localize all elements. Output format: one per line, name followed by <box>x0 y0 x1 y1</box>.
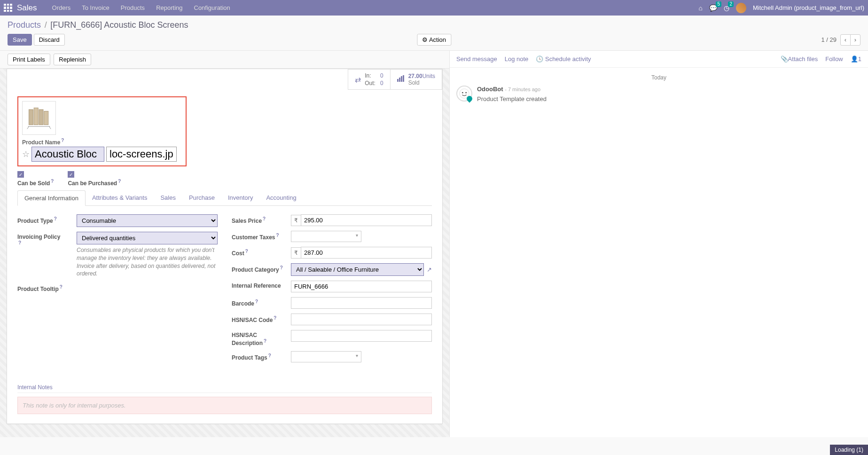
message-time: - 7 minutes ago <box>505 86 540 92</box>
replenish-button[interactable]: Replenish <box>54 54 91 65</box>
invoicing-policy-label: Invoicing Policy <box>17 234 60 240</box>
invoicing-policy-select[interactable]: Delivered quantities <box>77 232 218 244</box>
help-icon[interactable]: ? <box>274 315 276 321</box>
nav-products[interactable]: Products <box>115 4 150 11</box>
attach-files-button[interactable]: 📎Attach files <box>781 55 818 63</box>
pager-text: 1 / 29 <box>821 36 837 43</box>
help-icon[interactable]: ? <box>268 353 271 358</box>
nav-orders[interactable]: Orders <box>47 4 77 11</box>
help-icon[interactable]: ? <box>54 216 57 221</box>
tab-general[interactable]: General Information <box>17 190 86 206</box>
avatar[interactable] <box>736 3 746 13</box>
tab-inventory[interactable]: Inventory <box>221 190 259 205</box>
barcode-input[interactable] <box>291 297 432 309</box>
followers-count[interactable]: 👤1 <box>851 55 861 63</box>
tab-purchase[interactable]: Purchase <box>182 190 221 205</box>
tab-sales[interactable]: Sales <box>154 190 182 205</box>
activities-icon[interactable]: ◷2 <box>724 4 729 12</box>
internal-notes-title: Internal Notes <box>17 384 432 393</box>
hsn-desc-label: HSN/SAC Description <box>232 332 263 346</box>
category-select[interactable]: All / Saleable / Office Furniture <box>291 263 424 276</box>
help-icon[interactable]: ? <box>263 216 266 221</box>
breadcrumb-current: [FURN_6666] Acoustic Bloc Screens <box>50 20 188 30</box>
help-icon[interactable]: ? <box>280 265 283 270</box>
cost-input[interactable] <box>301 247 432 259</box>
tab-variants[interactable]: Attributes & Variants <box>86 190 154 205</box>
help-icon[interactable]: ? <box>51 179 54 184</box>
help-icon[interactable]: ? <box>255 299 258 304</box>
svg-rect-3 <box>403 75 404 82</box>
svg-point-11 <box>460 89 469 98</box>
help-icon[interactable]: ? <box>276 233 279 238</box>
action-button[interactable]: ⚙ Action <box>417 34 451 46</box>
top-nav: Sales Orders To Invoice Products Reporti… <box>0 0 868 16</box>
send-message-button[interactable]: Send message <box>456 55 497 63</box>
help-icon[interactable]: ? <box>60 284 63 290</box>
customer-taxes-input[interactable] <box>291 231 361 242</box>
svg-point-12 <box>462 92 463 94</box>
svg-rect-1 <box>399 78 400 82</box>
internal-ref-input[interactable] <box>291 281 432 292</box>
internal-notes-input[interactable]: This note is only for internal purposes. <box>17 397 432 414</box>
product-tags-label: Product Tags <box>232 354 267 361</box>
external-link-icon[interactable]: ↗ <box>427 266 432 273</box>
bars-icon <box>397 75 405 84</box>
stat-sold[interactable]: 27.00Units Sold <box>390 70 442 89</box>
product-name-label: Product Name <box>22 139 60 146</box>
breadcrumb: Products / [FURN_6666] Acoustic Bloc Scr… <box>0 16 868 33</box>
help-icon[interactable]: ? <box>264 338 266 344</box>
log-note-button[interactable]: Log note <box>505 55 529 63</box>
gear-icon: ⚙ <box>422 36 428 43</box>
internal-ref-label: Internal Reference <box>232 282 281 289</box>
svg-rect-2 <box>401 76 402 82</box>
product-tags-input[interactable] <box>291 351 361 362</box>
save-button[interactable]: Save <box>8 34 32 46</box>
product-image[interactable] <box>22 101 56 135</box>
print-labels-button[interactable]: Print Labels <box>8 54 50 65</box>
stat-transfers[interactable]: ⇄ In:0 Out:0 <box>348 70 390 89</box>
can-be-sold-checkbox[interactable]: ✓ <box>17 171 24 178</box>
sales-price-input[interactable] <box>301 214 432 226</box>
product-type-select[interactable]: Consumable <box>77 214 218 227</box>
svg-rect-5 <box>34 108 38 125</box>
follow-button[interactable]: Follow <box>825 55 843 63</box>
can-be-sold-label: Can be Sold <box>17 180 50 187</box>
nav-configuration[interactable]: Configuration <box>188 4 236 11</box>
transfer-icon: ⇄ <box>355 75 361 84</box>
nav-to-invoice[interactable]: To Invoice <box>76 4 115 11</box>
sales-price-label: Sales Price <box>232 218 262 224</box>
messages-icon[interactable]: 💬5 <box>709 4 717 12</box>
breadcrumb-parent[interactable]: Products <box>8 20 41 30</box>
pager-prev[interactable]: ‹ <box>840 34 851 46</box>
help-icon[interactable]: ? <box>61 138 64 143</box>
currency-symbol: ₹ <box>291 247 301 259</box>
nav-reporting[interactable]: Reporting <box>150 4 188 11</box>
apps-icon[interactable] <box>4 4 12 12</box>
chatter-message: OdooBot - 7 minutes ago Product Template… <box>456 86 861 102</box>
breadcrumb-sep: / <box>45 20 47 30</box>
schedule-activity-button[interactable]: 🕓 Schedule activity <box>536 55 591 63</box>
category-label: Product Category <box>232 267 279 273</box>
paperclip-icon: 📎 <box>781 55 788 63</box>
discard-button[interactable]: Discard <box>34 34 65 46</box>
product-name-input[interactable] <box>31 147 104 162</box>
tab-accounting[interactable]: Accounting <box>259 190 303 205</box>
pager-next[interactable]: › <box>850 34 860 46</box>
hsn-desc-input[interactable] <box>291 330 432 342</box>
can-be-purchased-checkbox[interactable]: ✓ <box>68 171 74 178</box>
home-icon[interactable]: ⌂ <box>699 4 703 12</box>
hint-text: Consumables are physical products for wh… <box>77 246 218 278</box>
app-brand[interactable]: Sales <box>17 3 37 13</box>
barcode-label: Barcode <box>232 300 254 307</box>
person-icon: 👤 <box>851 55 858 63</box>
control-bar: Save Discard ⚙ Action 1 / 29 ‹ › <box>0 33 868 50</box>
product-url-input[interactable] <box>106 147 177 162</box>
tabs: General Information Attributes & Variant… <box>17 190 432 206</box>
help-icon[interactable]: ? <box>245 249 248 254</box>
hsn-code-input[interactable] <box>291 314 432 325</box>
help-icon[interactable]: ? <box>118 179 121 184</box>
user-menu[interactable]: Mitchell Admin (product_image_from_url) <box>753 4 864 11</box>
help-icon[interactable]: ? <box>18 240 21 245</box>
favorite-star[interactable]: ☆ <box>22 149 30 159</box>
can-be-purchased-label: Can be Purchased <box>68 180 117 187</box>
